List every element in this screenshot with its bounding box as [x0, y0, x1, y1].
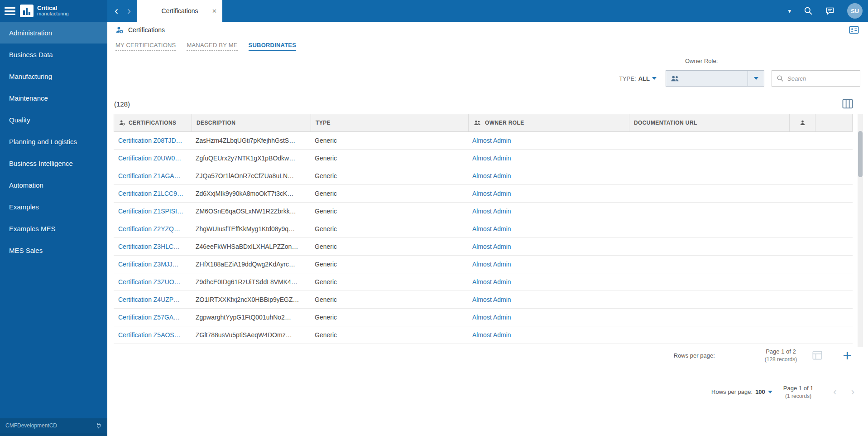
- open-document-tab[interactable]: Certifications ✕: [137, 0, 222, 22]
- page-tab-label: MANAGED BY ME: [187, 42, 237, 48]
- owner-role-picker[interactable]: [666, 70, 764, 87]
- certification-link[interactable]: Certification Z3HLC…: [118, 243, 180, 250]
- table-row[interactable]: Certification Z57GA… ZgpwarghtYypG1FtQ00…: [114, 309, 853, 326]
- table-row[interactable]: Certification Z3MJJ… ZHfX188aEZiA19ddQwg…: [114, 256, 853, 273]
- certification-link[interactable]: Certification Z0UW0…: [118, 155, 181, 162]
- page-tab[interactable]: MY CERTIFICATIONS: [115, 42, 176, 51]
- type-cell: Generic: [310, 220, 468, 237]
- page-tab[interactable]: MANAGED BY ME: [187, 42, 237, 51]
- previous-page-icon[interactable]: ‹: [831, 387, 838, 397]
- table-row[interactable]: Certification Z1SPISI… ZM6OSnE6qaOSLxNW1…: [114, 203, 853, 220]
- certification-link[interactable]: Certification Z1LCC9…: [118, 190, 183, 197]
- sidebar-item[interactable]: Administration: [0, 22, 107, 44]
- topbar-menu-caret-icon[interactable]: ▾: [788, 8, 791, 15]
- column-header-type[interactable]: TYPE: [311, 114, 468, 131]
- sidebar-item[interactable]: Business Data: [0, 44, 107, 65]
- search-input[interactable]: [787, 75, 855, 82]
- sidebar-item[interactable]: Examples MES: [0, 218, 107, 239]
- column-header-owner-role[interactable]: OWNER ROLE: [468, 114, 629, 131]
- breadcrumb: Certifications: [107, 22, 868, 38]
- certification-link[interactable]: Certification Z1AGA…: [118, 172, 181, 179]
- owner-role-link[interactable]: Almost Admin: [472, 208, 511, 215]
- table-row[interactable]: Certification Z1LCC9… Zd6XxjMIk9y90kA8mo…: [114, 185, 853, 203]
- people-icon: [671, 75, 680, 82]
- sidebar-item[interactable]: Business Intelligence: [0, 152, 107, 174]
- owner-role-link[interactable]: Almost Admin: [472, 243, 511, 250]
- sidebar-nav: Administration Business Data Manufacturi…: [0, 22, 107, 261]
- certification-link[interactable]: Certification Z3ZUO…: [118, 278, 181, 286]
- sidebar-item[interactable]: Automation: [0, 174, 107, 196]
- add-certification-button[interactable]: +: [843, 349, 852, 361]
- column-chooser-icon[interactable]: [842, 99, 853, 109]
- page-tab-label: MY CERTIFICATIONS: [115, 42, 176, 48]
- sidebar-item[interactable]: MES Sales: [0, 239, 107, 261]
- column-header-description[interactable]: DESCRIPTION: [192, 114, 311, 131]
- table-row[interactable]: Certification Z3ZUO… Z9dhcE0IDg61RzUiTSd…: [114, 273, 853, 291]
- table-row[interactable]: Certification Z0UW0… ZgfuQEUrx2y7NTK1gX1…: [114, 150, 853, 167]
- column-header-user[interactable]: [789, 114, 815, 131]
- sidebar-item[interactable]: Manufacturing: [0, 65, 107, 87]
- table-header-row: CERTIFICATIONS DESCRIPTION TYPE OWNER RO…: [114, 114, 853, 132]
- export-grid-icon[interactable]: [812, 351, 822, 360]
- owner-role-link[interactable]: Almost Admin: [472, 155, 511, 162]
- documentation-url-cell: [628, 150, 789, 167]
- spacer-cell: [815, 220, 853, 237]
- global-search-icon[interactable]: [804, 6, 813, 15]
- filter-controls: TYPE: ALL: [619, 70, 860, 87]
- table-row[interactable]: Certification Z3HLC… Z46eeFkWHSaBDxILXHA…: [114, 238, 853, 256]
- table-row[interactable]: Certification Z5AOS… ZGlt788usVu5ptiSAeq…: [114, 326, 853, 344]
- table-scrollbar[interactable]: [858, 114, 863, 347]
- history-forward-icon[interactable]: ›: [127, 5, 131, 16]
- column-header-certifications[interactable]: CERTIFICATIONS: [114, 114, 192, 131]
- sidebar-item[interactable]: Examples: [0, 196, 107, 218]
- owner-role-link[interactable]: Almost Admin: [472, 137, 511, 144]
- column-header-documentation-url[interactable]: DOCUMENTATION URL: [629, 114, 789, 131]
- sidebar-item-label: Planning and Logistics: [9, 138, 77, 145]
- table-row[interactable]: Certification Z1AGA… ZJQa57Or1lAOnR7cCfZ…: [114, 167, 853, 185]
- history-back-icon[interactable]: ‹: [115, 5, 118, 16]
- sidebar-item[interactable]: Quality: [0, 109, 107, 131]
- table-row[interactable]: Certification Z2YZQ… ZhgWUIusfTEffKkMyg1…: [114, 220, 853, 238]
- page-tab[interactable]: SUBORDINATES: [249, 42, 296, 51]
- owner-role-link[interactable]: Almost Admin: [472, 190, 511, 197]
- certification-link[interactable]: Certification Z4UZP…: [118, 296, 180, 303]
- page-title: Certifications: [128, 26, 165, 34]
- sidebar-item[interactable]: Planning and Logistics: [0, 131, 107, 152]
- app-logo: Critical manufacturing: [20, 5, 69, 17]
- certification-link[interactable]: Certification Z2YZQ…: [118, 225, 180, 233]
- owner-role-dropdown-button[interactable]: [748, 71, 764, 86]
- sidebar-item[interactable]: Maintenance: [0, 87, 107, 109]
- rows-per-page-selector[interactable]: Rows per page: 100: [711, 388, 772, 395]
- details-panel-toggle-icon[interactable]: [849, 26, 859, 34]
- owner-role-link[interactable]: Almost Admin: [472, 278, 511, 286]
- owner-role-link[interactable]: Almost Admin: [472, 331, 511, 339]
- rows-per-page-label: Rows per page:: [711, 388, 753, 395]
- type-filter-dropdown[interactable]: TYPE: ALL: [619, 75, 657, 82]
- certification-link[interactable]: Certification Z08TJD…: [118, 137, 182, 144]
- person-badge-icon: [119, 120, 125, 126]
- user-cell: [789, 203, 815, 220]
- description-cell: ZM6OSnE6qaOSLxNW1R2Zbrkk…: [191, 203, 310, 220]
- outer-pagination: Rows per page: 100 Page 1 of 1 (1 record…: [711, 384, 856, 400]
- table-row[interactable]: Certification Z08TJD… ZasHzm4ZLbqUGti7pK…: [114, 132, 853, 150]
- owner-role-link[interactable]: Almost Admin: [472, 296, 511, 303]
- certification-link[interactable]: Certification Z5AOS…: [118, 331, 181, 339]
- documentation-url-cell: [628, 309, 789, 326]
- certification-link[interactable]: Certification Z3MJJ…: [118, 261, 179, 268]
- tab-close-icon[interactable]: ✕: [212, 8, 217, 15]
- next-page-icon[interactable]: ›: [849, 387, 856, 397]
- spacer-cell: [815, 326, 853, 344]
- scrollbar-thumb[interactable]: [858, 131, 863, 177]
- certification-link[interactable]: Certification Z57GA…: [118, 314, 180, 321]
- table-row[interactable]: Certification Z4UZP… ZO1IRTXXKfxj2ncX0HB…: [114, 291, 853, 309]
- certification-link[interactable]: Certification Z1SPISI…: [118, 208, 183, 215]
- hamburger-menu-icon[interactable]: [5, 7, 15, 15]
- sidebar-item-label: Automation: [9, 181, 43, 189]
- owner-role-link[interactable]: Almost Admin: [472, 225, 511, 233]
- owner-role-link[interactable]: Almost Admin: [472, 314, 511, 321]
- document-tab-title: Certifications: [162, 7, 198, 15]
- owner-role-link[interactable]: Almost Admin: [472, 261, 511, 268]
- owner-role-link[interactable]: Almost Admin: [472, 172, 511, 179]
- feedback-chat-icon[interactable]: [825, 6, 834, 15]
- user-avatar[interactable]: SU: [847, 3, 863, 19]
